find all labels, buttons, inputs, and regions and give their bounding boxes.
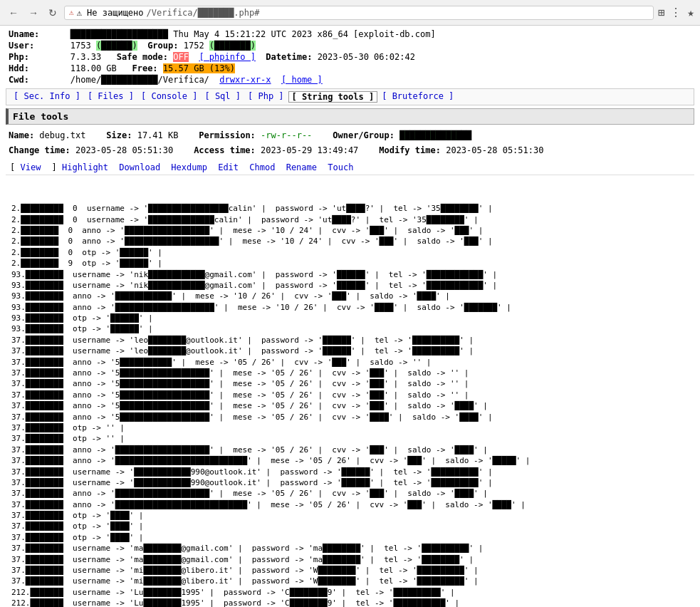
code-line: 2.████████ 9 otp -> '██████' |: [11, 258, 689, 269]
code-line: 37.████████ anno -> '5██████████████████…: [11, 412, 689, 422]
page-content: Uname: ███████████████████ Thu May 4 15:…: [0, 26, 700, 607]
safe-mode-value: OFF: [173, 52, 189, 62]
user-value: 1753 (██████) Group: 1752 (███████): [68, 40, 694, 51]
php-label: Php:: [6, 51, 68, 63]
owner-group-value: ██████████████: [399, 130, 471, 140]
php-value: 7.3.33 Safe mode: OFF [ phpinfo ] Dateti…: [68, 51, 694, 63]
code-line: 37.████████ anno -> '5███████████' | mes…: [11, 357, 689, 368]
change-time-label: Change time:: [9, 145, 70, 155]
code-line: 37.████████ username -> 'leo████████@out…: [11, 335, 689, 346]
code-line: 37.████████ anno -> '5██████████████████…: [11, 400, 689, 411]
url-display: /Verifica/███████.php#: [147, 8, 260, 18]
modify-time-value: 2023-05-28 05:51:30: [446, 145, 543, 155]
name-label: Name:: [9, 130, 34, 140]
file-tools-header: File tools: [6, 108, 694, 125]
file-info: Name: debug.txt Size: 17.41 KB Permissio…: [6, 128, 694, 160]
security-warning-icon: ⚠: [69, 8, 74, 17]
home-link[interactable]: [ home ]: [281, 75, 323, 85]
nav-string-tools[interactable]: [ String tools ]: [288, 91, 378, 103]
code-line: 2.████████ 0 anno -> '██████████████████…: [11, 236, 689, 247]
code-content: 2.█████████ 0 username -> '█████████████…: [6, 178, 694, 607]
action-download[interactable]: Download: [119, 162, 160, 172]
cwd-label: Cwd:: [6, 74, 68, 85]
code-line: 93.████████ anno -> '███████████████████…: [11, 302, 689, 313]
sysinfo-table: Uname: ███████████████████ Thu May 4 15:…: [6, 28, 694, 85]
code-line: 37.████████ anno -> '5██████████████████…: [11, 390, 689, 400]
cwd-value: /home/███████████/Verifica/ drwxr-xr-x […: [68, 74, 694, 85]
access-time-value: 2023-05-29 13:49:47: [261, 145, 358, 155]
change-time-value: 2023-05-28 05:51:30: [75, 145, 173, 155]
nav-php[interactable]: [ Php ]: [245, 91, 287, 103]
code-line: 37.████████ anno -> '███████████████████…: [11, 445, 689, 455]
action-touch[interactable]: Touch: [328, 162, 353, 172]
code-line: 2.████████ 0 otp -> '██████' |: [11, 247, 689, 258]
size-label: Size:: [106, 130, 132, 140]
bracket-open: [: [10, 162, 20, 172]
uname-label: Uname:: [6, 28, 68, 40]
browser-actions: ⊞ ⋮ ★: [658, 6, 694, 19]
nav-console[interactable]: [ Console ]: [138, 91, 200, 103]
cwd-path: /home/███████████/Verifica/: [70, 75, 209, 85]
code-line: 37.████████ otp -> '████' |: [11, 510, 689, 521]
code-line: 37.████████ anno -> '███████████████████…: [11, 488, 689, 499]
code-line: 37.████████ username -> 'mi████████@libe…: [11, 576, 689, 586]
section-title: File tools: [13, 111, 68, 122]
navigation-bar: [ Sec. Info ] [ Files ] [ Console ] [ Sq…: [6, 88, 694, 105]
forward-button[interactable]: →: [26, 6, 41, 20]
bracket-close: ]: [46, 162, 56, 172]
file-info-row1: Name: debug.txt Size: 17.41 KB Permissio…: [9, 129, 691, 142]
permission-label: Permission:: [199, 130, 255, 140]
cwd-permissions-link[interactable]: drwxr-xr-x: [219, 75, 271, 85]
nav-sql[interactable]: [ Sql ]: [202, 91, 244, 103]
group-extra: (███████): [209, 41, 256, 51]
uname-value: ███████████████████ Thu May 4 15:21:22 U…: [68, 28, 694, 40]
permission-value: -rw-r--r--: [261, 130, 312, 140]
code-line: 37.████████ otp -> '' |: [11, 422, 689, 433]
action-edit[interactable]: Edit: [218, 162, 239, 172]
group-label: Group:: [147, 41, 178, 51]
size-value: 17.41 KB: [137, 130, 179, 140]
nav-bruteforce[interactable]: [ Bruteforce ]: [379, 91, 456, 103]
code-line: 2.█████████ 0 username -> '█████████████…: [11, 214, 689, 225]
nav-sec-info[interactable]: [ Sec. Info ]: [11, 91, 83, 103]
code-line: 37.████████ otp -> '████' |: [11, 532, 689, 543]
action-highlight[interactable]: Highlight: [62, 162, 108, 172]
action-chmod[interactable]: Chmod: [249, 162, 275, 172]
modify-time-label: Modify time:: [379, 145, 441, 155]
code-line: 93.████████ otp -> '██████' |: [11, 323, 689, 334]
code-line: 93.████████ anno -> '████████████' | mes…: [11, 291, 689, 301]
translate-icon[interactable]: ⊞: [658, 6, 665, 19]
security-warning-text: ⚠ Не защищено: [77, 8, 144, 18]
user-label: User:: [6, 40, 68, 51]
free-label: Free:: [132, 63, 157, 73]
action-view[interactable]: View: [20, 162, 41, 172]
address-bar[interactable]: ⚠ ⚠ Не защищено /Verifica/███████.php#: [64, 6, 654, 20]
action-hexdump[interactable]: Hexdump: [171, 162, 207, 172]
code-line: 37.████████ username -> 'mi████████@libe…: [11, 565, 689, 576]
code-line: 2.████████ 0 anno -> '██████████████████…: [11, 225, 689, 236]
code-line: 2.█████████ 0 username -> '█████████████…: [11, 203, 689, 214]
code-line: 93.████████ otp -> '██████' |: [11, 313, 689, 323]
datetime-value: 2023-05-30 06:02:42: [318, 52, 415, 62]
share-icon[interactable]: ⋮: [670, 6, 681, 19]
back-button[interactable]: ←: [6, 6, 21, 20]
action-links-bar: [ View ] Highlight Download Hexdump Edit…: [6, 160, 694, 175]
access-time-label: Access time:: [194, 145, 256, 155]
code-line: 212.███████ username -> 'Lu████████1995'…: [11, 587, 689, 598]
phpinfo-link[interactable]: [ phpinfo ]: [199, 52, 255, 62]
code-line: 37.████████ anno -> '███████████████████…: [11, 499, 689, 510]
hdd-label: Hdd:: [6, 63, 68, 74]
nav-files[interactable]: [ Files ]: [85, 91, 137, 103]
name-value: debug.txt: [39, 130, 85, 140]
code-line: 37.████████ username -> 'leo████████@out…: [11, 346, 689, 356]
user-extra: (██████): [96, 41, 137, 51]
datetime-label: Datetime:: [266, 52, 312, 62]
browser-chrome: ← → ↻ ⚠ ⚠ Не защищено /Verifica/███████.…: [0, 0, 700, 26]
bookmark-icon[interactable]: ★: [687, 6, 694, 19]
refresh-button[interactable]: ↻: [46, 6, 60, 20]
owner-group-label: Owner/Group:: [333, 130, 395, 140]
code-line: 93.████████ username -> 'nik████████████…: [11, 280, 689, 291]
file-info-row2: Change time: 2023-05-28 05:51:30 Access …: [9, 144, 691, 157]
action-rename[interactable]: Rename: [286, 162, 317, 172]
free-value: 15.57 GB (13%): [163, 63, 235, 73]
